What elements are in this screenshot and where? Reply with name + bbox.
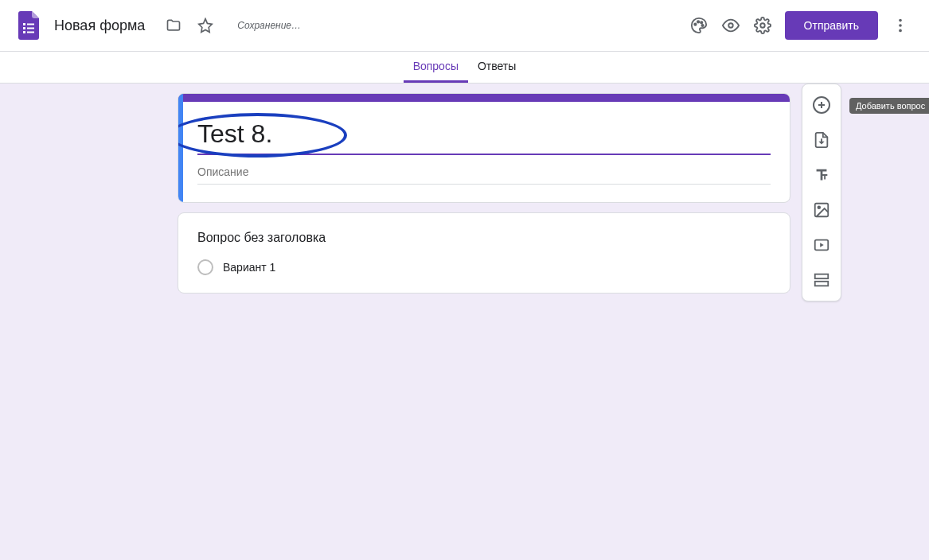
- card-left-stripe: [178, 94, 183, 202]
- form-title[interactable]: Новая форма: [48, 14, 151, 37]
- svg-rect-0: [23, 23, 25, 25]
- more-icon[interactable]: [884, 10, 916, 41]
- svg-rect-22: [815, 282, 829, 286]
- saving-status: Сохранение…: [237, 20, 301, 31]
- settings-icon[interactable]: [747, 10, 779, 41]
- option-row: Вариант 1: [197, 259, 771, 275]
- question-card[interactable]: Вопрос без заголовка Вариант 1: [178, 212, 790, 294]
- floating-toolbar: [802, 84, 841, 301]
- form-title-card[interactable]: [178, 93, 790, 203]
- form-title-input[interactable]: [197, 119, 771, 149]
- tab-responses[interactable]: Ответы: [468, 52, 525, 83]
- app-header: Новая форма Сохранение… Отправить: [0, 0, 929, 52]
- svg-rect-2: [23, 27, 25, 29]
- svg-point-9: [701, 25, 703, 26]
- add-title-button[interactable]: [807, 161, 836, 189]
- option-label[interactable]: Вариант 1: [223, 261, 275, 274]
- svg-rect-4: [23, 31, 25, 33]
- svg-point-12: [899, 19, 902, 22]
- svg-rect-5: [27, 32, 34, 33]
- svg-point-19: [818, 206, 820, 208]
- svg-point-8: [701, 21, 702, 23]
- svg-point-10: [728, 23, 733, 28]
- svg-point-13: [899, 24, 902, 27]
- svg-point-14: [899, 29, 902, 33]
- preview-icon[interactable]: [715, 10, 747, 41]
- tab-questions[interactable]: Вопросы: [404, 52, 468, 83]
- svg-point-7: [697, 21, 698, 22]
- forms-logo[interactable]: [13, 10, 45, 41]
- svg-rect-1: [27, 24, 34, 25]
- palette-icon[interactable]: [683, 10, 715, 41]
- form-description-input[interactable]: [197, 165, 771, 178]
- form-canvas: Вопрос без заголовка Вариант 1: [178, 93, 790, 294]
- svg-point-6: [694, 23, 696, 25]
- add-section-button[interactable]: [807, 266, 836, 294]
- add-question-button[interactable]: [807, 91, 836, 119]
- workspace: Вопрос без заголовка Вариант 1: [0, 84, 929, 560]
- import-questions-button[interactable]: [807, 126, 836, 154]
- svg-rect-21: [815, 274, 829, 279]
- radio-icon: [197, 259, 213, 275]
- card-top-stripe: [178, 94, 790, 102]
- tabs-bar: Вопросы Ответы: [0, 52, 929, 84]
- send-button[interactable]: Отправить: [785, 11, 878, 40]
- tooltip-add-question: Добавить вопрос: [849, 98, 929, 114]
- svg-point-11: [760, 23, 765, 28]
- folder-icon[interactable]: [158, 10, 189, 41]
- star-icon[interactable]: [189, 10, 221, 41]
- add-video-button[interactable]: [807, 231, 836, 259]
- add-image-button[interactable]: [807, 196, 836, 224]
- svg-rect-3: [27, 28, 34, 29]
- question-title[interactable]: Вопрос без заголовка: [197, 231, 771, 245]
